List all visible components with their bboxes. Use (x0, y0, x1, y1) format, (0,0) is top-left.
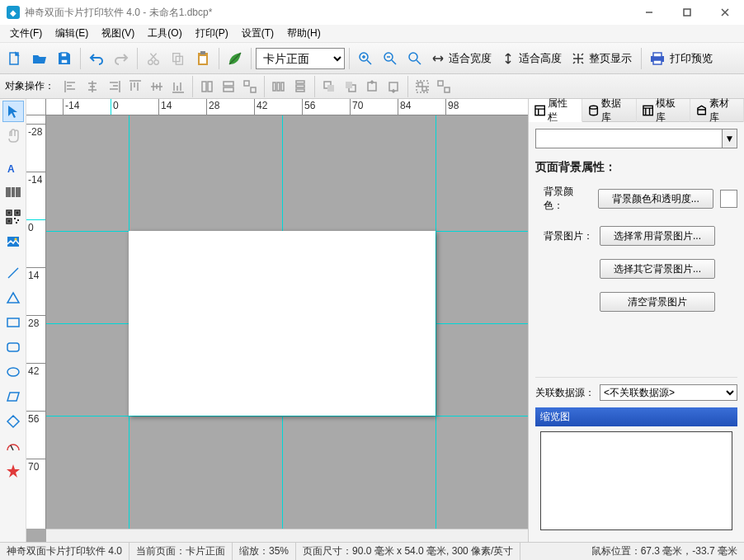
svg-rect-46 (8, 220, 10, 222)
text-tool[interactable]: A (2, 157, 24, 178)
zoom-reset-icon[interactable] (403, 47, 426, 70)
svg-rect-38 (438, 81, 443, 86)
menu-settings[interactable]: 设置(T) (235, 25, 280, 42)
select-tool[interactable] (2, 101, 24, 122)
svg-point-13 (409, 53, 417, 61)
image-tool[interactable] (2, 231, 24, 252)
svg-rect-55 (535, 106, 544, 115)
bg-color-preview[interactable] (720, 190, 737, 208)
menu-tools[interactable]: 工具(O) (141, 25, 188, 42)
new-icon[interactable] (3, 47, 26, 70)
menu-view[interactable]: 视图(V) (95, 25, 141, 42)
svg-rect-9 (200, 51, 205, 54)
svg-point-54 (7, 368, 19, 376)
gauge-tool[interactable] (2, 435, 24, 457)
triangle-tool[interactable] (2, 287, 24, 308)
menu-file[interactable]: 文件(F) (3, 25, 49, 42)
svg-rect-24 (277, 82, 280, 91)
menu-print[interactable]: 打印(P) (189, 25, 235, 42)
redo-icon[interactable] (110, 47, 133, 70)
fit-height-button[interactable]: 适合高度 (498, 51, 567, 66)
undo-icon[interactable] (85, 47, 108, 70)
barcode-tool[interactable] (2, 181, 24, 203)
menu-edit[interactable]: 编辑(E) (49, 25, 95, 42)
copy-icon[interactable] (167, 47, 190, 70)
object-select-combo[interactable]: ▼ (535, 129, 737, 148)
svg-rect-37 (422, 87, 426, 91)
hand-tool[interactable] (2, 125, 24, 147)
bg-color-button[interactable]: 背景颜色和透明度... (598, 189, 713, 209)
canvas-area[interactable]: -14 0 14 28 42 56 70 84 98 -28 -14 0 14 … (26, 99, 528, 542)
full-page-button[interactable]: 整页显示 (568, 51, 637, 66)
svg-rect-2 (61, 53, 67, 57)
parallelogram-tool[interactable] (2, 386, 24, 407)
svg-rect-19 (224, 82, 233, 86)
zoom-in-icon[interactable] (354, 47, 377, 70)
send-backward-icon[interactable] (384, 77, 403, 96)
svg-rect-15 (653, 53, 662, 57)
open-icon[interactable] (28, 47, 51, 70)
svg-rect-57 (643, 106, 652, 115)
bg-image-common-button[interactable]: 选择常用背景图片... (600, 226, 715, 246)
ruler-horizontal[interactable]: -14 0 14 28 42 56 70 84 98 (46, 99, 528, 115)
line-tool[interactable] (2, 262, 24, 284)
tab-properties[interactable]: 属性栏 (529, 99, 582, 122)
app-icon: ◆ (7, 6, 20, 19)
maximize-button[interactable] (668, 0, 706, 25)
card-page[interactable] (129, 231, 436, 416)
align-left-icon[interactable] (61, 77, 81, 96)
print-preview-button[interactable]: 打印预览 (646, 51, 718, 66)
tab-assets[interactable]: 素材库 (690, 99, 744, 122)
ungroup-icon[interactable] (434, 77, 454, 96)
horizontal-scrollbar[interactable] (46, 529, 528, 542)
send-back-icon[interactable] (341, 77, 360, 96)
datasource-label: 关联数据源： (535, 386, 595, 400)
tab-database[interactable]: 数据库 (582, 99, 636, 122)
same-size-icon[interactable] (240, 77, 260, 96)
menu-help[interactable]: 帮助(H) (280, 25, 327, 42)
right-tabs: 属性栏 数据库 模板库 素材库 (529, 99, 744, 122)
status-bar: 神奇双面卡片打印软件 4.0 当前页面：卡片正面 缩放：35% 页面尺寸：90.… (0, 542, 744, 560)
close-button[interactable] (706, 0, 744, 25)
align-top-icon[interactable] (125, 77, 145, 96)
bg-image-clear-button[interactable]: 清空背景图片 (600, 292, 715, 312)
save-icon[interactable] (53, 47, 76, 70)
svg-rect-48 (17, 219, 19, 221)
leaf-icon[interactable] (224, 47, 247, 70)
title-bar: ◆ 神奇双面卡片打印软件 4.0 - 未命名1.dbcp* (0, 0, 744, 25)
ruler-vertical[interactable]: -28 -14 0 14 28 42 56 70 (26, 115, 46, 529)
diamond-tool[interactable] (2, 411, 24, 432)
align-center-v-icon[interactable] (147, 77, 167, 96)
rectangle-tool[interactable] (2, 312, 24, 333)
distribute-v-icon[interactable] (290, 77, 310, 96)
same-height-icon[interactable] (219, 77, 238, 96)
align-bottom-icon[interactable] (168, 77, 188, 96)
cut-icon[interactable] (142, 47, 165, 70)
align-right-icon[interactable] (104, 77, 124, 96)
svg-rect-52 (7, 318, 19, 327)
datasource-select[interactable]: <不关联数据源> (600, 384, 737, 401)
ellipse-tool[interactable] (2, 361, 24, 383)
fit-width-button[interactable]: 适合宽度 (428, 51, 497, 66)
svg-rect-49 (16, 222, 17, 224)
qrcode-tool[interactable] (2, 206, 24, 228)
chevron-down-icon[interactable]: ▼ (722, 129, 737, 148)
minimize-button[interactable] (630, 0, 668, 25)
tab-templates[interactable]: 模板库 (637, 99, 690, 122)
paste-icon[interactable] (191, 47, 214, 70)
svg-rect-44 (8, 212, 10, 214)
align-center-h-icon[interactable] (82, 77, 102, 96)
bring-forward-icon[interactable] (362, 77, 382, 96)
zoom-out-icon[interactable] (379, 47, 402, 70)
same-width-icon[interactable] (197, 77, 217, 96)
bring-front-icon[interactable] (319, 77, 339, 96)
group-icon[interactable] (412, 77, 432, 96)
roundrect-tool[interactable] (2, 336, 24, 358)
card-side-select[interactable]: 卡片正面 (256, 48, 345, 69)
bg-image-other-button[interactable]: 选择其它背景图片... (600, 259, 715, 279)
star-tool[interactable] (2, 460, 24, 482)
canvas[interactable] (46, 115, 528, 529)
ruler-corner (26, 99, 46, 115)
distribute-h-icon[interactable] (269, 77, 289, 96)
menu-bar: 文件(F) 编辑(E) 视图(V) 工具(O) 打印(P) 设置(T) 帮助(H… (0, 25, 744, 43)
